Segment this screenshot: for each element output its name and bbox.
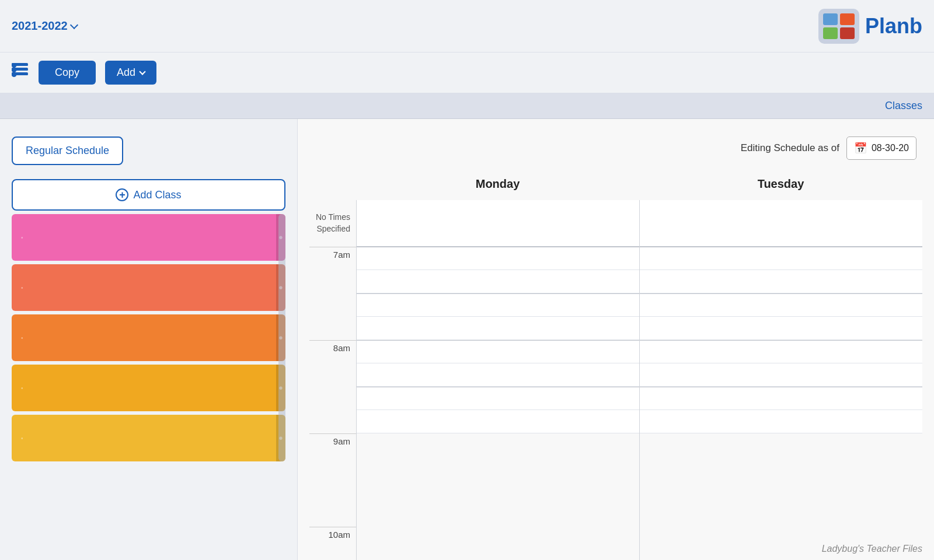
logo-icon (818, 9, 859, 44)
top-header: 2021-2022 Planb (0, 0, 934, 52)
year-dropdown-chevron (70, 20, 78, 29)
class-dot-5: • (21, 435, 23, 442)
classes-nav-item[interactable]: Classes (885, 100, 922, 112)
svg-rect-8 (12, 72, 28, 75)
class-dot-1: • (21, 235, 23, 241)
time-10am: 10am (309, 527, 356, 560)
watermark: Ladybug's Teacher Files (822, 544, 922, 554)
class-dot-2: • (21, 285, 23, 291)
tuesday-cell-8am-1 (640, 293, 922, 317)
day-columns (356, 200, 922, 560)
monday-column (356, 200, 639, 560)
class-list-scrollbar[interactable] (278, 214, 285, 461)
time-7am: 7am (309, 247, 356, 293)
logo-sq4 (840, 27, 855, 39)
tuesday-cell-10am-2 (640, 410, 922, 433)
class-list: • • • • • (12, 214, 285, 461)
class-item-4[interactable]: • (12, 365, 285, 411)
editing-label: Editing Schedule as of (741, 142, 839, 154)
time-8am: 8am (309, 340, 356, 387)
time-730 (309, 293, 356, 340)
add-class-label: Add Class (133, 189, 181, 201)
tuesday-cell-7am-2 (640, 270, 922, 293)
class-item-1[interactable]: • (12, 214, 285, 261)
monday-cell-10am-1 (357, 387, 639, 410)
add-button[interactable]: Add (105, 61, 156, 85)
editing-date-value: 08-30-20 (872, 143, 909, 153)
tuesday-cell-8am-2 (640, 317, 922, 340)
logo-sq3 (823, 27, 838, 39)
tuesday-cell-7am-1 (640, 247, 922, 270)
day-header-monday: Monday (356, 172, 639, 200)
editing-schedule-bar: Editing Schedule as of 📅 08-30-20 (298, 136, 934, 172)
monday-cell-8am-1 (357, 293, 639, 317)
add-label: Add (117, 66, 135, 79)
plus-circle-icon: + (116, 188, 128, 201)
class-item-3[interactable]: • (12, 314, 285, 361)
editing-date-input[interactable]: 📅 08-30-20 (846, 136, 916, 160)
monday-cell-7am-1 (357, 247, 639, 270)
regular-schedule-button[interactable]: Regular Schedule (12, 136, 123, 165)
svg-rect-7 (12, 68, 28, 70)
left-panel: Regular Schedule + Add Class • • • • • (0, 119, 298, 560)
tuesday-cell-9am-1 (640, 340, 922, 363)
time-830 (309, 387, 356, 433)
schedule-grid-wrapper: Monday Tuesday No TimesSpecified 7am 8am… (298, 172, 934, 560)
year-label: 2021-2022 (12, 19, 68, 33)
logo-sq2 (823, 13, 838, 25)
calendar-icon: 📅 (854, 142, 867, 155)
grid-header: Monday Tuesday (356, 172, 922, 200)
monday-cell-9am-1 (357, 340, 639, 363)
right-panel: Editing Schedule as of 📅 08-30-20 Monday… (298, 119, 934, 560)
nav-bar: Classes (0, 93, 934, 119)
tuesday-cell-9am-2 (640, 363, 922, 387)
add-dropdown-arrow (139, 68, 145, 75)
tuesday-cell-10am-1 (640, 387, 922, 410)
schedule-grid: No TimesSpecified 7am 8am 9am 10am (309, 200, 922, 560)
time-column: No TimesSpecified 7am 8am 9am 10am (309, 200, 356, 560)
main-content: Regular Schedule + Add Class • • • • • (0, 119, 934, 560)
logo-text: Planb (865, 14, 922, 38)
class-dot-4: • (21, 385, 23, 391)
toolbar: Copy Add (0, 52, 934, 93)
copy-button[interactable]: Copy (39, 61, 96, 85)
svg-rect-6 (12, 63, 28, 65)
monday-no-times-cell (357, 200, 639, 247)
schedule-header-row: Regular Schedule (12, 136, 285, 165)
add-class-button[interactable]: + Add Class (12, 179, 285, 211)
logo-sq1 (840, 13, 855, 25)
class-item-5[interactable]: • (12, 415, 285, 461)
tuesday-no-times-cell (640, 200, 922, 247)
list-icon[interactable] (12, 63, 29, 83)
monday-cell-9am-2 (357, 363, 639, 387)
class-dot-3: • (21, 335, 23, 341)
monday-cell-8am-2 (357, 317, 639, 340)
year-selector[interactable]: 2021-2022 (12, 19, 77, 33)
monday-cell-10am-2 (357, 410, 639, 433)
logo-area: Planb (818, 9, 922, 44)
class-item-2[interactable]: • (12, 264, 285, 311)
monday-cell-7am-2 (357, 270, 639, 293)
tuesday-column (639, 200, 922, 560)
day-header-tuesday: Tuesday (639, 172, 922, 200)
time-930 (309, 480, 356, 527)
time-no-times: No TimesSpecified (309, 200, 356, 247)
time-9am: 9am (309, 433, 356, 480)
